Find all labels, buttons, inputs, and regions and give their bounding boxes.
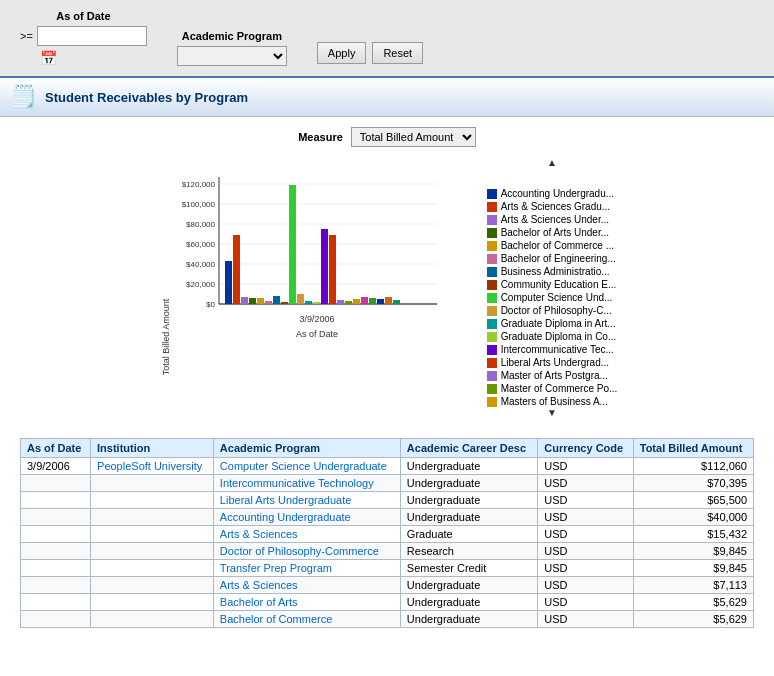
cell-currency: USD xyxy=(538,560,633,577)
bar-dpc xyxy=(297,294,304,304)
measure-select[interactable]: Total Billed Amount Balance Due Amount P… xyxy=(351,127,476,147)
cell-institution[interactable]: PeopleSoft University xyxy=(91,458,214,475)
legend-label-2: Arts & Sciences Under... xyxy=(501,214,609,225)
cell-date xyxy=(21,526,91,543)
measure-label: Measure xyxy=(298,131,343,143)
legend-item-4: Bachelor of Commerce ... xyxy=(487,240,618,251)
legend-label-6: Business Administratio... xyxy=(501,266,610,277)
bar-extra1 xyxy=(361,297,368,304)
legend-color-8 xyxy=(487,293,497,303)
svg-text:$40,000: $40,000 xyxy=(186,260,215,269)
table-row: Bachelor of Arts Undergraduate USD $5,62… xyxy=(21,594,754,611)
cell-amount: $5,629 xyxy=(633,611,753,628)
data-table: As of Date Institution Academic Program … xyxy=(20,438,754,628)
program-link[interactable]: Arts & Sciences xyxy=(220,528,298,540)
legend-down-arrow[interactable]: ▼ xyxy=(547,407,557,418)
cell-currency: USD xyxy=(538,594,633,611)
svg-text:As of Date: As of Date xyxy=(296,329,338,339)
legend-color-3 xyxy=(487,228,497,238)
legend-color-7 xyxy=(487,280,497,290)
legend-item-8: Computer Science Und... xyxy=(487,292,618,303)
bar-asu xyxy=(241,297,248,304)
cell-amount: $15,432 xyxy=(633,526,753,543)
cell-program[interactable]: Accounting Undergraduate xyxy=(213,509,400,526)
cell-institution xyxy=(91,560,214,577)
cell-date xyxy=(21,611,91,628)
legend-scroll: ▲ Accounting Undergradu... Arts & Scienc… xyxy=(487,157,618,418)
program-link[interactable]: Arts & Sciences xyxy=(220,579,298,591)
apply-button[interactable]: Apply xyxy=(317,42,367,64)
legend-label-10: Graduate Diploma in Art... xyxy=(501,318,616,329)
cell-program[interactable]: Arts & Sciences xyxy=(213,526,400,543)
col-header-program: Academic Program xyxy=(213,439,400,458)
bar-bau xyxy=(249,298,256,304)
as-of-date-input[interactable] xyxy=(37,26,147,46)
cell-program[interactable]: Doctor of Philosophy-Commerce xyxy=(213,543,400,560)
cell-career: Undergraduate xyxy=(400,611,537,628)
cell-program[interactable]: Bachelor of Commerce xyxy=(213,611,400,628)
bar-map xyxy=(337,300,344,304)
program-link[interactable]: Bachelor of Arts xyxy=(220,596,298,608)
program-link[interactable]: Computer Science Undergraduate xyxy=(220,460,387,472)
cell-currency: USD xyxy=(538,577,633,594)
svg-text:$0: $0 xyxy=(206,300,215,309)
bar-mcp xyxy=(345,301,352,304)
cell-institution xyxy=(91,509,214,526)
legend-up-arrow[interactable]: ▲ xyxy=(547,157,557,168)
bar-be xyxy=(265,301,272,304)
cell-date xyxy=(21,577,91,594)
cell-program[interactable]: Liberal Arts Undergraduate xyxy=(213,492,400,509)
cell-date xyxy=(21,543,91,560)
cell-career: Research xyxy=(400,543,537,560)
program-link[interactable]: Liberal Arts Undergraduate xyxy=(220,494,351,506)
cell-amount: $7,113 xyxy=(633,577,753,594)
as-of-date-group: As of Date >= 📅 xyxy=(20,10,147,66)
cell-date xyxy=(21,492,91,509)
legend-item-7: Community Education E... xyxy=(487,279,618,290)
program-link[interactable]: Doctor of Philosophy-Commerce xyxy=(220,545,379,557)
cell-program[interactable]: Bachelor of Arts xyxy=(213,594,400,611)
title-bar: 🗒️ Student Receivables by Program xyxy=(0,76,774,117)
institution-link[interactable]: PeopleSoft University xyxy=(97,460,202,472)
legend-color-10 xyxy=(487,319,497,329)
academic-program-select[interactable]: Computer Science Undergraduate Intercomm… xyxy=(177,46,287,66)
legend-item-5: Bachelor of Engineering... xyxy=(487,253,618,264)
cell-program[interactable]: Transfer Prep Program xyxy=(213,560,400,577)
cell-career: Graduate xyxy=(400,526,537,543)
legend-color-9 xyxy=(487,306,497,316)
bar-extra5 xyxy=(393,300,400,304)
legend-color-15 xyxy=(487,384,497,394)
svg-text:3/9/2006: 3/9/2006 xyxy=(299,314,334,324)
legend-color-0 xyxy=(487,189,497,199)
bar-lau xyxy=(329,235,336,304)
as-of-date-label: As of Date xyxy=(20,10,147,22)
filter-area: As of Date >= 📅 Academic Program Compute… xyxy=(0,0,774,76)
bar-it xyxy=(321,229,328,304)
program-link[interactable]: Transfer Prep Program xyxy=(220,562,332,574)
program-link[interactable]: Accounting Undergraduate xyxy=(220,511,351,523)
cell-career: Undergraduate xyxy=(400,509,537,526)
chart-wrapper: Total Billed Amount $120,000 $100,000 $8… xyxy=(157,157,477,417)
table-row: Bachelor of Commerce Undergraduate USD $… xyxy=(21,611,754,628)
cell-currency: USD xyxy=(538,543,633,560)
reset-button[interactable]: Reset xyxy=(372,42,423,64)
bar-csu xyxy=(289,185,296,304)
legend-item-16: Masters of Business A... xyxy=(487,396,618,407)
cell-amount: $5,629 xyxy=(633,594,753,611)
cell-career: Undergraduate xyxy=(400,492,537,509)
cell-program[interactable]: Intercommunicative Technology xyxy=(213,475,400,492)
legend-label-8: Computer Science Und... xyxy=(501,292,613,303)
cell-institution xyxy=(91,526,214,543)
legend-label-11: Graduate Diploma in Co... xyxy=(501,331,617,342)
cell-program[interactable]: Computer Science Undergraduate xyxy=(213,458,400,475)
cell-program[interactable]: Arts & Sciences xyxy=(213,577,400,594)
program-link[interactable]: Bachelor of Commerce xyxy=(220,613,333,625)
table-row: Arts & Sciences Graduate USD $15,432 xyxy=(21,526,754,543)
cell-currency: USD xyxy=(538,475,633,492)
col-header-currency: Currency Code xyxy=(538,439,633,458)
cell-institution xyxy=(91,475,214,492)
legend-color-11 xyxy=(487,332,497,342)
legend-label-5: Bachelor of Engineering... xyxy=(501,253,616,264)
program-link[interactable]: Intercommunicative Technology xyxy=(220,477,374,489)
calendar-icon[interactable]: 📅 xyxy=(40,50,57,66)
